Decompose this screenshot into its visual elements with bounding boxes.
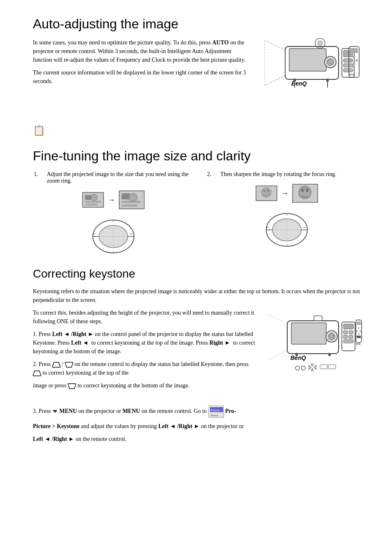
svg-point-19 xyxy=(353,56,355,58)
projector-svg-auto: BenQ benq xyxy=(261,38,363,120)
svg-rect-12 xyxy=(326,79,329,82)
fine-tuning-section: Fine-tuning the image size and clarity 1… xyxy=(33,148,367,255)
projector-image-keystone: BenQ xyxy=(265,308,367,399)
svg-marker-112 xyxy=(53,410,58,413)
keystone-para2: To correct this, besides adjusting the h… xyxy=(33,308,256,326)
svg-marker-75 xyxy=(52,362,60,367)
fine-tuning-step1: 1. Adjust the projected image to the siz… xyxy=(33,170,194,255)
svg-rect-89 xyxy=(344,340,353,343)
keystone-trapezoid-up xyxy=(65,361,75,367)
step1-images: → xyxy=(33,190,194,210)
svg-rect-80 xyxy=(291,323,326,344)
fine-tuning-steps: 1. Adjust the projected image to the siz… xyxy=(33,170,367,255)
svg-rect-84 xyxy=(344,324,353,329)
step3-text1: on the projector or xyxy=(78,408,122,414)
keystone-text: To correct this, besides adjusting the h… xyxy=(33,308,256,399)
svg-point-16 xyxy=(318,41,323,46)
projector-svg-keystone: BenQ xyxy=(265,308,363,399)
svg-point-82 xyxy=(328,333,335,340)
step1-num: 1. xyxy=(34,171,46,184)
keystone-step3: 3. Press MENU on the projector or MENU o… xyxy=(33,405,367,443)
keystone-para1: Keystoning refers to the situation where… xyxy=(33,287,367,304)
svg-text:→: → xyxy=(128,231,133,236)
svg-line-25 xyxy=(265,40,285,50)
svg-rect-1 xyxy=(289,49,326,71)
trapezoid-up-icon xyxy=(65,361,73,368)
svg-rect-18 xyxy=(350,48,358,53)
step2-num: 2. xyxy=(207,171,219,178)
svg-rect-111 xyxy=(357,336,361,338)
menu-label1: MENU xyxy=(60,408,77,414)
svg-rect-103 xyxy=(314,316,322,321)
svg-point-92 xyxy=(301,366,305,370)
focus-ring-svg: ← → xyxy=(262,207,311,248)
down-arrow-icon xyxy=(52,409,58,415)
svg-marker-95 xyxy=(311,364,314,366)
svg-point-109 xyxy=(358,333,360,335)
svg-rect-7 xyxy=(344,64,353,67)
keystone-title: Correcting keystone xyxy=(33,267,367,280)
svg-point-107 xyxy=(356,330,358,332)
svg-rect-100 xyxy=(328,353,331,356)
auto-adjust-title: Auto-adjusting the image xyxy=(33,16,367,32)
keystone-step2-cont: image or press to correct keystoning at … xyxy=(33,381,256,390)
svg-marker-77 xyxy=(33,371,41,376)
keystone-step2: 2. Press / on the remote control to disp… xyxy=(33,360,256,377)
svg-rect-85 xyxy=(344,331,348,334)
step1-img-before xyxy=(82,192,104,208)
svg-point-108 xyxy=(360,330,361,332)
svg-marker-94 xyxy=(314,365,316,369)
step3-text2: on the remote control. Go to xyxy=(141,408,208,414)
zoom-ring-container: ← → xyxy=(33,214,194,255)
svg-line-26 xyxy=(265,76,285,86)
svg-text:←: ← xyxy=(92,231,97,236)
svg-rect-28 xyxy=(85,195,91,200)
svg-rect-33 xyxy=(122,193,130,199)
keystone-step3-text3: Left ◄ /Right ► on the remote control. xyxy=(33,435,367,443)
svg-rect-97 xyxy=(320,365,327,369)
svg-rect-11 xyxy=(293,79,296,82)
auto-adjust-para2: The current source information will be d… xyxy=(33,68,248,86)
svg-rect-99 xyxy=(295,353,298,356)
svg-point-23 xyxy=(353,66,355,68)
trapezoid-down-icon2 xyxy=(33,370,41,377)
svg-marker-96 xyxy=(311,368,314,371)
svg-marker-76 xyxy=(65,362,73,367)
step1-img-after xyxy=(118,190,145,210)
svg-rect-105 xyxy=(357,322,361,325)
auto-adjust-section: Auto-adjusting the image In some cases, … xyxy=(33,16,367,136)
picture-keystone-label: Picture > Keystone xyxy=(33,423,79,429)
svg-text:→: → xyxy=(302,224,307,230)
svg-marker-9 xyxy=(265,40,285,86)
svg-rect-35 xyxy=(122,204,137,207)
trapezoid-down-icon xyxy=(52,361,60,368)
svg-point-36 xyxy=(129,193,137,202)
svg-rect-86 xyxy=(349,331,353,334)
svg-point-31 xyxy=(91,194,97,201)
svg-point-3 xyxy=(327,59,334,65)
svg-text:BenQ: BenQ xyxy=(291,354,306,361)
menu-arrow-icon xyxy=(52,408,60,414)
svg-point-91 xyxy=(295,366,300,370)
step2-text: Then sharpen the image by rotating the f… xyxy=(220,171,367,178)
svg-text:Sound: Sound xyxy=(211,414,218,417)
step3-prefix: 3. Press xyxy=(33,408,52,414)
step2-arrow: → xyxy=(281,189,288,198)
step2-img-after xyxy=(292,183,318,203)
keystone-step3-text2: Picture > Keystone and adjust the values… xyxy=(33,422,367,431)
svg-text:←: ← xyxy=(265,224,270,230)
menu-label2: MENU xyxy=(122,408,140,414)
svg-rect-30 xyxy=(85,204,97,206)
keystone-trapezoid-down xyxy=(52,361,62,367)
note-icon: 📋 xyxy=(33,125,367,136)
zoom-ring-svg: ← → xyxy=(89,214,138,255)
menu-screenshot-icon: Picture Sound xyxy=(208,405,224,418)
step1-text: Adjust the projected image to the size t… xyxy=(47,171,193,184)
svg-text:benq: benq xyxy=(349,73,355,76)
svg-rect-98 xyxy=(328,365,336,369)
svg-point-21 xyxy=(355,59,358,62)
svg-rect-88 xyxy=(349,335,353,338)
svg-rect-8 xyxy=(344,69,353,72)
auto-adjust-text: In some cases, you may need to optimize … xyxy=(33,38,248,90)
step1-arrow: → xyxy=(108,196,115,204)
